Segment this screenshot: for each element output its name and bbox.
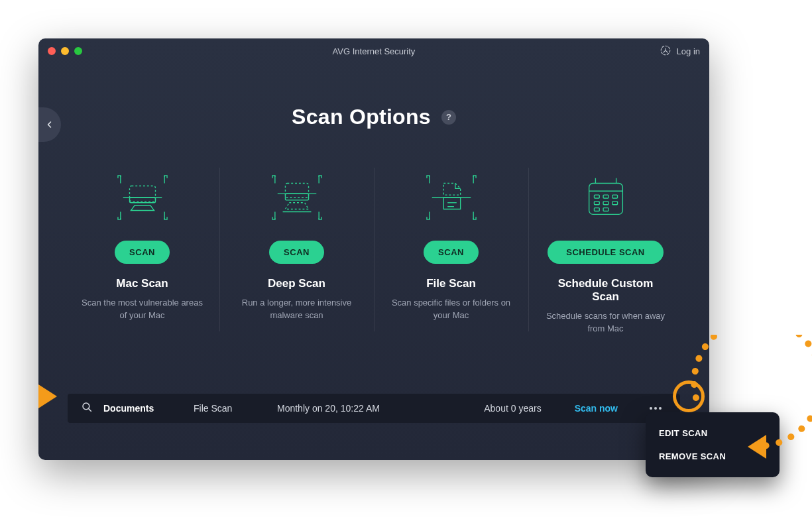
svg-point-23 xyxy=(650,407,652,410)
file-scan-button[interactable]: SCAN xyxy=(424,241,479,264)
mac-scan-desc: Scan the most vulnerable areas of your M… xyxy=(81,297,203,322)
svg-rect-17 xyxy=(603,202,609,205)
file-scan-icon xyxy=(390,172,512,223)
svg-rect-20 xyxy=(603,208,609,211)
mac-scan-icon xyxy=(81,172,203,223)
scheduled-scan-age: About 0 years xyxy=(484,403,541,414)
file-scan-title: File Scan xyxy=(390,277,512,290)
schedule-scan-button[interactable]: SCHEDULE SCAN xyxy=(548,241,663,264)
mac-scan-button[interactable]: SCAN xyxy=(115,241,170,264)
titlebar: AVG Internet Security Log in xyxy=(38,38,709,64)
svg-rect-3 xyxy=(129,198,155,203)
mac-scan-title: Mac Scan xyxy=(81,277,203,290)
file-scan-desc: Scan specific files or folders on your M… xyxy=(390,297,512,322)
calendar-icon xyxy=(544,172,667,223)
svg-rect-18 xyxy=(612,202,617,205)
scan-now-link[interactable]: Scan now xyxy=(575,403,618,414)
svg-rect-19 xyxy=(594,208,599,211)
svg-rect-15 xyxy=(612,195,617,198)
annotation-arrow-right xyxy=(748,435,766,459)
page-title-row: Scan Options ? xyxy=(38,105,709,129)
mac-scan-card: SCAN Mac Scan Scan the most vulnerable a… xyxy=(65,172,219,335)
ellipsis-icon xyxy=(649,406,662,410)
svg-rect-14 xyxy=(603,195,609,198)
svg-rect-4 xyxy=(285,184,308,198)
svg-rect-6 xyxy=(285,194,308,200)
svg-point-25 xyxy=(659,407,662,410)
scan-options-grid: SCAN Mac Scan Scan the most vulnerable a… xyxy=(38,172,709,335)
scheduled-scan-name: Documents xyxy=(103,403,183,414)
scheduled-scan-schedule: Monthly on 20, 10:22 AM xyxy=(277,403,380,414)
scheduled-scan-type: File Scan xyxy=(194,403,260,414)
scheduled-scan-row: Documents File Scan Monthly on 20, 10:22… xyxy=(68,394,680,423)
svg-rect-13 xyxy=(594,195,599,198)
deep-scan-button[interactable]: SCAN xyxy=(269,241,324,264)
window-title: AVG Internet Security xyxy=(38,46,709,56)
svg-line-22 xyxy=(89,409,91,412)
app-window: AVG Internet Security Log in Scan Option… xyxy=(38,38,709,460)
deep-scan-card: SCAN Deep Scan Run a longer, more intens… xyxy=(219,172,374,335)
schedule-scan-card: SCHEDULE SCAN Schedule Custom Scan Sched… xyxy=(528,172,683,335)
schedule-scan-title: Schedule Custom Scan xyxy=(544,277,667,304)
magnifier-icon xyxy=(81,401,93,416)
page-title: Scan Options xyxy=(292,105,431,129)
svg-rect-1 xyxy=(129,186,155,201)
annotation-circle xyxy=(673,380,705,412)
schedule-scan-desc: Schedule scans for when away from Mac xyxy=(544,310,667,335)
svg-point-24 xyxy=(654,407,657,410)
annotation-arrow-left xyxy=(38,384,57,408)
deep-scan-title: Deep Scan xyxy=(235,277,358,290)
deep-scan-icon xyxy=(235,172,358,223)
svg-point-21 xyxy=(83,403,89,410)
svg-rect-16 xyxy=(594,202,599,205)
file-scan-card: SCAN File Scan Scan specific files or fo… xyxy=(374,172,528,335)
help-icon[interactable]: ? xyxy=(441,110,456,125)
deep-scan-desc: Run a longer, more intensive malware sca… xyxy=(235,297,358,322)
